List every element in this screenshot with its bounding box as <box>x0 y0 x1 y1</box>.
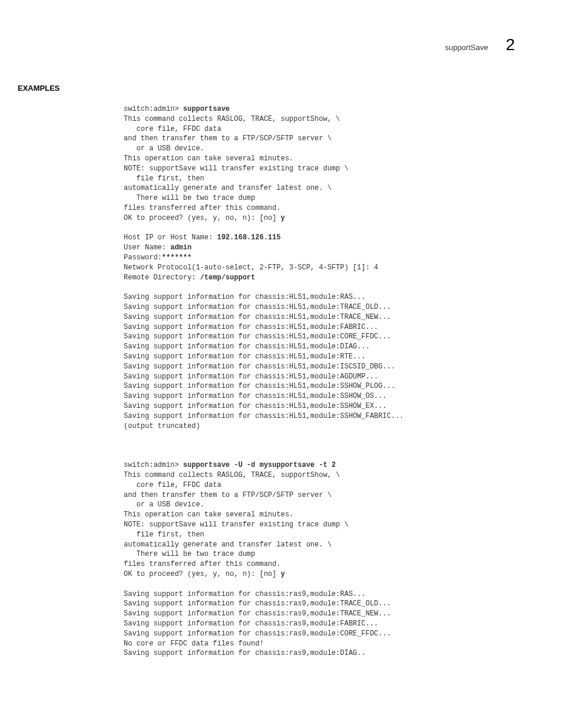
output-line: or a USB device. <box>124 144 204 153</box>
page-header: supportSave 2 <box>88 35 515 54</box>
output-line: Saving support information for chassis:H… <box>124 293 365 301</box>
output-line: automatically generate and transfer late… <box>124 184 332 192</box>
output-line: Saving support information for chassis:H… <box>124 363 395 371</box>
output-line: Saving support information for chassis:H… <box>124 382 395 390</box>
user-input: supportsave -U -d mysupportsave -t 2 <box>183 461 336 469</box>
user-input: supportsave <box>183 105 230 113</box>
output-line: Network Protocol(1-auto-select, 2-FTP, 3… <box>124 263 378 272</box>
output-line: Saving support information for chassis:r… <box>124 630 391 638</box>
user-input: y <box>280 214 285 222</box>
header-subtitle: supportSave <box>445 43 488 52</box>
code-example-2: switch:admin> supportsave -U -d mysuppor… <box>124 460 515 658</box>
prompt-text: Remote Directory: <box>124 274 200 282</box>
prompt-text: Password: <box>124 253 162 262</box>
output-line: Saving support information for chassis:r… <box>124 599 391 608</box>
prompt-text: OK to proceed? (yes, y, no, n): [no] <box>124 570 280 578</box>
output-line: Saving support information for chassis:r… <box>124 620 378 628</box>
output-line: Saving support information for chassis:H… <box>124 353 365 361</box>
output-line: Saving support information for chassis:H… <box>124 402 386 410</box>
output-line: This command collects RASLOG, TRACE, sup… <box>124 471 340 479</box>
output-line: This operation can take several minutes. <box>124 510 293 519</box>
output-line: No core or FFDC data files found! <box>124 640 264 648</box>
user-input: admin <box>170 243 191 252</box>
user-input: y <box>280 570 285 578</box>
output-line: automatically generate and transfer late… <box>124 541 332 549</box>
prompt-text: switch:admin> <box>124 461 183 469</box>
output-line: files transferred after this command. <box>124 204 280 212</box>
output-line: core file, FFDC data <box>124 481 222 489</box>
output-line: NOTE: supportSave will transfer existing… <box>124 164 349 173</box>
prompt-text: User Name: <box>124 243 170 252</box>
spacer <box>88 431 515 460</box>
output-line: (output truncated) <box>124 422 200 430</box>
prompt-text: switch:admin> <box>124 105 183 113</box>
output-line: NOTE: supportSave will transfer existing… <box>124 521 349 529</box>
output-line: There will be two trace dump <box>124 194 255 202</box>
user-input: 192.168.126.115 <box>217 233 280 242</box>
output-line: Saving support information for chassis:H… <box>124 392 386 400</box>
output-line: Saving support information for chassis:r… <box>124 649 365 657</box>
output-line: or a USB device. <box>124 500 204 509</box>
output-line: file first, then <box>124 531 204 539</box>
output-line: core file, FFDC data <box>124 125 222 133</box>
output-line: This operation can take several minutes. <box>124 154 293 163</box>
output-line: Saving support information for chassis:r… <box>124 610 391 618</box>
output-line: Saving support information for chassis:H… <box>124 323 378 331</box>
prompt-text: Host IP or Host Name: <box>124 233 217 242</box>
output-line: Saving support information for chassis:H… <box>124 373 378 381</box>
output-line: There will be two trace dump <box>124 550 255 558</box>
user-input: ******* <box>162 253 191 262</box>
output-line: file first, then <box>124 174 204 183</box>
code-example-1: switch:admin> supportsave This command c… <box>124 104 515 431</box>
header-page-number: 2 <box>505 35 515 54</box>
output-line: This command collects RASLOG, TRACE, sup… <box>124 115 340 123</box>
user-input: /temp/support <box>200 274 256 282</box>
prompt-text: OK to proceed? (yes, y, no, n): [no] <box>124 214 280 222</box>
output-line: Saving support information for chassis:H… <box>124 313 391 321</box>
output-line: Saving support information for chassis:H… <box>124 332 391 341</box>
page-content: supportSave 2 EXAMPLES switch:admin> sup… <box>0 0 562 694</box>
output-line: Saving support information for chassis:H… <box>124 303 391 311</box>
output-line: and then transfer them to a FTP/SCP/SFTP… <box>124 491 332 499</box>
output-line: and then transfer them to a FTP/SCP/SFTP… <box>124 134 332 143</box>
examples-heading: EXAMPLES <box>18 84 515 93</box>
output-line: Saving support information for chassis:H… <box>124 342 370 351</box>
output-line: files transferred after this command. <box>124 560 280 568</box>
output-line: Saving support information for chassis:H… <box>124 412 404 420</box>
output-line: Saving support information for chassis:r… <box>124 590 365 598</box>
